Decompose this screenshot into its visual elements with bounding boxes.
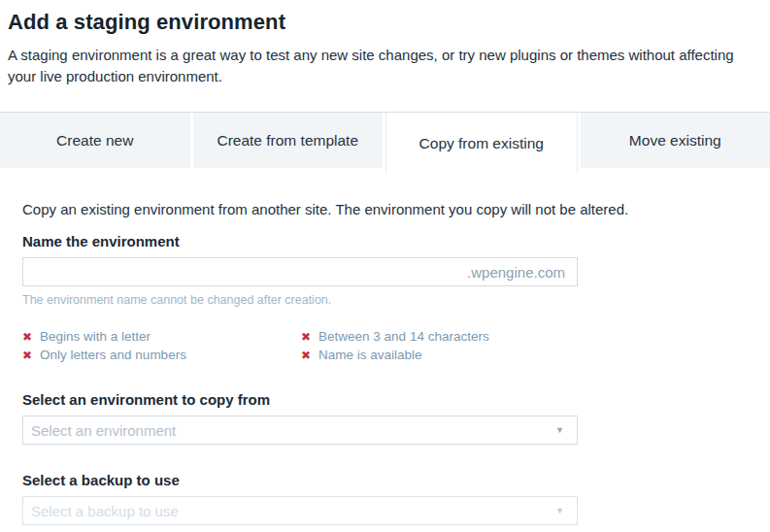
environment-name-input[interactable]	[31, 264, 467, 281]
environment-select[interactable]: Select an environment ▼	[22, 416, 578, 445]
tab-label: Create new	[56, 132, 133, 150]
validation-rule-label: Begins with a letter	[40, 329, 151, 344]
tab-label: Move existing	[629, 132, 721, 150]
page-header: Add a staging environment A staging envi…	[0, 6, 770, 87]
copy-from-existing-panel: Copy an existing environment from anothe…	[0, 168, 770, 532]
validation-rule: ✖ Name is available	[301, 348, 578, 362]
validation-rule: ✖ Between 3 and 14 characters	[301, 329, 578, 344]
validation-rule: ✖ Only letters and numbers	[22, 348, 301, 362]
validation-rule-label: Only letters and numbers	[40, 348, 186, 362]
backup-select-placeholder: Select a backup to use	[31, 503, 179, 519]
add-staging-environment-page: Add a staging environment A staging envi…	[0, 0, 770, 532]
panel-intro: Copy an existing environment from anothe…	[22, 201, 770, 217]
chevron-down-icon: ▼	[555, 425, 564, 435]
error-x-icon: ✖	[22, 331, 32, 343]
validation-rule: ✖ Begins with a letter	[22, 329, 301, 344]
backup-select[interactable]: Select a backup to use ▼	[22, 496, 578, 525]
page-description: A staging environment is a great way to …	[8, 45, 760, 87]
page-title: Add a staging environment	[8, 10, 760, 35]
tab-label: Create from template	[217, 132, 358, 150]
environment-name-input-wrap: .wpengine.com	[22, 257, 578, 286]
name-helper-text: The environment name cannot be changed a…	[22, 293, 770, 307]
backup-select-label: Select a backup to use	[22, 472, 770, 488]
validation-rule-label: Name is available	[318, 348, 422, 362]
error-x-icon: ✖	[22, 349, 32, 361]
error-x-icon: ✖	[301, 349, 311, 361]
tab-move-existing[interactable]: Move existing	[581, 113, 770, 168]
chevron-down-icon: ▼	[555, 506, 564, 515]
tab-copy-from-existing[interactable]: Copy from existing	[385, 113, 578, 174]
environment-select-label: Select an environment to copy from	[22, 391, 770, 408]
name-field-label: Name the environment	[22, 233, 770, 249]
validation-rule-label: Between 3 and 14 characters	[318, 329, 489, 344]
tab-label: Copy from existing	[419, 135, 544, 152]
domain-suffix: .wpengine.com	[467, 264, 565, 281]
tab-create-new[interactable]: Create new	[0, 113, 190, 168]
tab-create-from-template[interactable]: Create from template	[193, 113, 384, 168]
environment-select-placeholder: Select an environment	[31, 422, 176, 439]
error-x-icon: ✖	[301, 331, 311, 343]
validation-rules: ✖ Begins with a letter ✖ Only letters an…	[22, 327, 578, 364]
tab-bar: Create new Create from template Copy fro…	[0, 112, 770, 168]
